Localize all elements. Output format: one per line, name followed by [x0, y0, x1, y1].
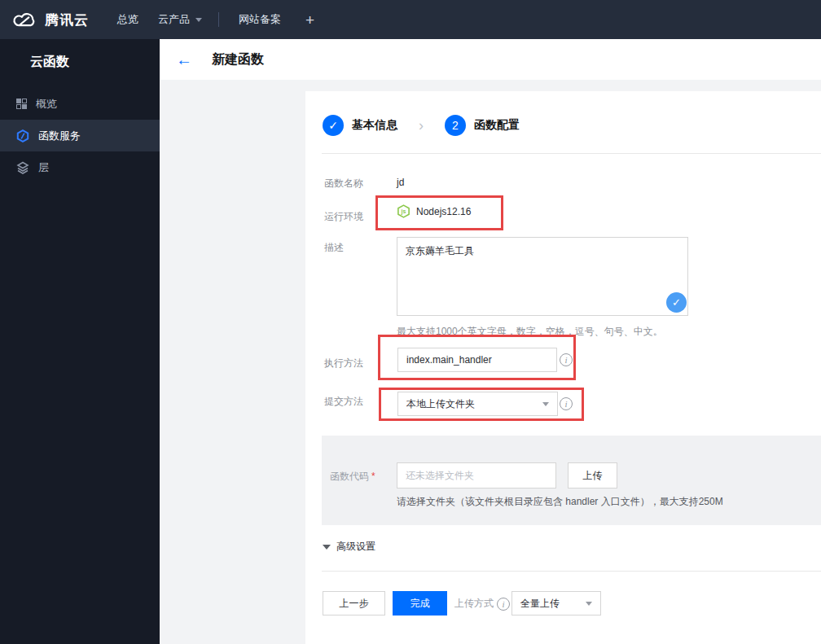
- footer-divider: [322, 571, 821, 572]
- submit-method-label: 提交方法: [324, 395, 363, 409]
- page-header: ← 新建函数: [160, 39, 821, 80]
- description-help-text: 最大支持1000个英文字母，数字，空格，逗号、句号、中文。: [397, 325, 663, 339]
- function-name-value: jd: [397, 177, 404, 188]
- nav-products[interactable]: 云产品: [158, 12, 202, 27]
- layers-icon: [16, 161, 29, 174]
- upload-mode-info-icon[interactable]: i: [497, 598, 510, 611]
- function-name-label: 函数名称: [324, 177, 363, 191]
- finish-button[interactable]: 完成: [393, 591, 447, 616]
- step2-number-badge: 2: [445, 115, 466, 136]
- step2-label: 函数配置: [474, 118, 520, 133]
- chevron-down-icon: [542, 402, 549, 406]
- runtime-value-row: js Nodejs12.16: [397, 204, 471, 218]
- grid-icon: [16, 99, 27, 109]
- nav-products-label: 云产品: [158, 12, 190, 27]
- sidebar: 云函数 概览 函数服务 层: [0, 39, 160, 644]
- nav-website-record[interactable]: 网站备案: [239, 12, 281, 27]
- function-code-label: 函数代码*: [330, 470, 375, 484]
- sidebar-item-label: 函数服务: [38, 129, 81, 143]
- sidebar-menu: 概览 函数服务 层: [0, 88, 160, 183]
- step1-label: 基本信息: [352, 118, 397, 133]
- description-textarea[interactable]: 京东薅羊毛工具: [397, 237, 688, 316]
- page-title: 新建函数: [212, 51, 264, 68]
- chevron-down-icon: [586, 602, 592, 606]
- advanced-settings-label: 高级设置: [336, 540, 375, 554]
- svg-text:js: js: [401, 208, 406, 215]
- submit-method-value: 本地上传文件夹: [406, 397, 475, 411]
- back-arrow-icon[interactable]: ←: [176, 50, 192, 69]
- sidebar-item-layers[interactable]: 层: [0, 151, 160, 183]
- handler-input[interactable]: [397, 348, 557, 372]
- advanced-settings-toggle[interactable]: 高级设置: [323, 540, 375, 554]
- function-code-label-text: 函数代码: [330, 471, 369, 482]
- previous-step-button[interactable]: 上一步: [323, 591, 385, 616]
- nav-overview[interactable]: 总览: [117, 12, 138, 27]
- create-function-card: ✓ 基本信息 › 2 函数配置 函数名称 jd 运行环境 js Nodejs12…: [305, 91, 821, 644]
- tencent-cloud-logo[interactable]: 腾讯云: [11, 10, 89, 29]
- handler-info-icon[interactable]: i: [560, 353, 573, 366]
- upload-mode-value: 全量上传: [520, 597, 560, 611]
- upload-mode-label: 上传方式: [454, 597, 494, 611]
- handler-label: 执行方法: [324, 357, 363, 370]
- runtime-label: 运行环境: [324, 210, 363, 224]
- function-hexagon-icon: [16, 129, 29, 142]
- step-separator-chevron-icon: ›: [419, 118, 424, 133]
- nodejs-icon: js: [397, 204, 410, 218]
- function-code-section: 函数代码* 上传 请选择文件夹（该文件夹根目录应包含 handler 入口文件）…: [322, 436, 821, 525]
- chevron-down-icon: [195, 18, 202, 22]
- top-nav-menu: 总览 云产品 网站备案 +: [117, 12, 314, 28]
- logo-text: 腾讯云: [45, 11, 89, 29]
- sidebar-title: 云函数: [0, 39, 160, 73]
- add-tab-icon[interactable]: +: [305, 12, 314, 28]
- triangle-down-icon: [323, 545, 331, 550]
- submit-method-info-icon[interactable]: i: [560, 397, 573, 410]
- sidebar-item-label: 层: [38, 160, 49, 175]
- nav-divider: [218, 12, 219, 27]
- function-code-help-text: 请选择文件夹（该文件夹根目录应包含 handler 入口文件），最大支持250M: [397, 495, 723, 509]
- top-navigation-bar: 腾讯云 总览 云产品 网站备案 +: [0, 0, 821, 39]
- sidebar-item-overview[interactable]: 概览: [0, 88, 160, 120]
- description-label: 描述: [324, 241, 344, 255]
- cloud-logo-icon: [11, 10, 37, 29]
- wizard-steps: ✓ 基本信息 › 2 函数配置: [323, 115, 520, 136]
- tencent-cloud-console: 腾讯云 总览 云产品 网站备案 + 云函数 概览: [0, 0, 821, 644]
- valid-check-icon: ✓: [666, 292, 687, 313]
- step1-done-check-icon: ✓: [323, 115, 344, 136]
- sidebar-item-function-service[interactable]: 函数服务: [0, 120, 160, 151]
- upload-mode-label-row: 上传方式 i: [454, 597, 510, 611]
- folder-path-input[interactable]: [397, 462, 556, 488]
- upload-mode-select[interactable]: 全量上传: [511, 591, 601, 616]
- submit-method-select[interactable]: 本地上传文件夹: [397, 392, 558, 416]
- steps-divider: [322, 153, 821, 154]
- upload-button[interactable]: 上传: [568, 462, 617, 488]
- sidebar-item-label: 概览: [36, 97, 57, 112]
- runtime-value: Nodejs12.16: [416, 206, 471, 217]
- required-asterisk: *: [371, 471, 375, 482]
